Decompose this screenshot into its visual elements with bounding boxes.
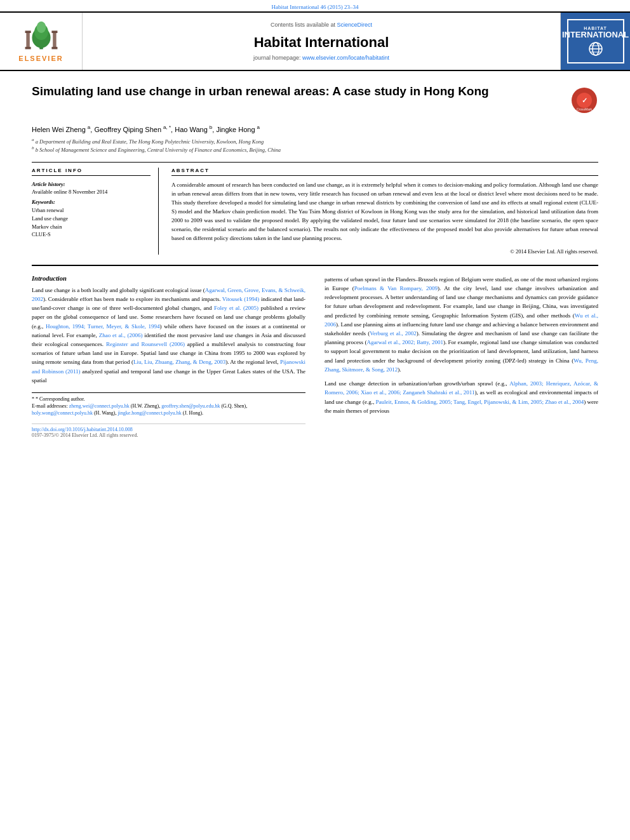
- elsevier-tree-icon: [22, 20, 60, 52]
- homepage-url[interactable]: www.elsevier.com/locate/habitatint: [302, 55, 389, 61]
- journal-title-header: Habitat International: [254, 34, 389, 51]
- email-hong[interactable]: jingke.hong@connect.polyu.hk: [117, 410, 181, 416]
- svg-rect-4: [26, 32, 29, 48]
- journal-reference-text: Habitat International 46 (2015) 23–34: [272, 4, 359, 10]
- crossmark-icon: ✓ CrossMark: [570, 86, 598, 114]
- svg-rect-7: [51, 30, 57, 33]
- habitat-main-text: INTERNATIONAL: [562, 30, 629, 39]
- authors-line: Helen Wei Zheng a, Geoffrey Qiping Shen …: [32, 124, 598, 133]
- right-column: patterns of urban sprawl in the Flanders…: [325, 275, 598, 438]
- crossmark-badge[interactable]: ✓ CrossMark: [570, 86, 598, 116]
- abstract-header: ABSTRACT: [171, 168, 598, 176]
- cite-wu-2006[interactable]: Wu et al., 2006: [325, 312, 598, 328]
- cite-agarwal-2002[interactable]: Agarwal, Green, Grove, Evans, & Schweik,…: [32, 287, 305, 302]
- affiliation-b: b b School of Management Science and Eng…: [32, 145, 598, 154]
- footnote-emails: E-mail addresses: zheng.wei@connect.poly…: [32, 403, 305, 417]
- contents-available-line: Contents lists available at ScienceDirec…: [271, 22, 372, 28]
- article-history-value: Available online 8 November 2014: [32, 189, 151, 195]
- elsevier-logo: ELSEVIER: [18, 20, 63, 62]
- email-shen[interactable]: geoffrey.shen@polyu.edu.hk: [161, 403, 220, 409]
- svg-text:CrossMark: CrossMark: [577, 107, 593, 111]
- article-info-header: ARTICLE INFO: [32, 168, 151, 176]
- journal-homepage-line: journal homepage: www.elsevier.com/locat…: [253, 55, 389, 61]
- cite-vitousek-1994[interactable]: Vitousek (1994): [222, 296, 260, 302]
- habitat-logo-area: HABITAT INTERNATIONAL: [560, 13, 630, 70]
- main-content-section: Introduction Land use change is a both l…: [32, 265, 598, 438]
- elsevier-wordmark: ELSEVIER: [18, 55, 63, 62]
- habitat-logo-box: HABITAT INTERNATIONAL: [567, 19, 624, 63]
- article-title: Simulating land use change in urban rene…: [32, 84, 563, 100]
- author-sup-b: b: [210, 124, 212, 130]
- article-info-abstract-section: ARTICLE INFO Article history: Available …: [32, 162, 598, 255]
- cite-poelmans-2009[interactable]: Poelmans & Van Rompaey, 2009: [354, 285, 438, 291]
- affiliations: a a Department of Building and Real Esta…: [32, 137, 598, 154]
- cite-wu-2012[interactable]: Wu, Peng, Zhang, Skitmore, & Song, 2012: [325, 357, 598, 373]
- keywords-label: Keywords:: [32, 199, 151, 205]
- cite-houghton-1994[interactable]: Houghton, 1994; Turner, Meyer, & Skole, …: [46, 323, 160, 330]
- cite-verburg-2002[interactable]: Verburg et al., 2002: [370, 330, 417, 337]
- sciencedirect-link[interactable]: ScienceDirect: [337, 22, 373, 28]
- bottom-bar: http://dx.doi.org/10.1016/j.habitatint.2…: [32, 423, 305, 438]
- affiliation-a: a a Department of Building and Real Esta…: [32, 137, 598, 146]
- svg-text:✓: ✓: [582, 97, 587, 104]
- svg-rect-8: [25, 47, 30, 50]
- svg-rect-6: [25, 30, 30, 33]
- cite-pauleit[interactable]: Pauleit, Ennos, & Golding, 2005; Tang, E…: [375, 399, 584, 405]
- author-sup-a3: a: [257, 124, 260, 130]
- habitat-globe-icon: [588, 41, 603, 57]
- svg-rect-9: [51, 47, 57, 50]
- svg-point-3: [36, 22, 46, 33]
- page: Habitat International 46 (2015) 23–34: [0, 0, 630, 840]
- intro-paragraph-1: Land use change is a both locally and gl…: [32, 286, 305, 385]
- keyword-2: Land use change: [32, 215, 151, 223]
- doi-line[interactable]: http://dx.doi.org/10.1016/j.habitatint.2…: [32, 427, 305, 432]
- article-info-column: ARTICLE INFO Article history: Available …: [32, 168, 159, 255]
- header-center: Contents lists available at ScienceDirec…: [83, 13, 560, 70]
- svg-rect-5: [53, 32, 56, 48]
- copyright-line: © 2014 Elsevier Ltd. All rights reserved…: [171, 248, 598, 255]
- keyword-4: CLUE-S: [32, 230, 151, 239]
- keywords-list: Urban renewal Land use change Markov cha…: [32, 206, 151, 239]
- cite-reginster-2006[interactable]: Reginster and Rounsevell (2006): [106, 341, 185, 347]
- keyword-1: Urban renewal: [32, 206, 151, 215]
- right-paragraph-1: patterns of urban sprawl in the Flanders…: [325, 275, 598, 374]
- footnote-section: * * Corresponding author. E-mail address…: [32, 392, 305, 417]
- article-body: Simulating land use change in urban rene…: [0, 71, 630, 451]
- introduction-heading: Introduction: [32, 275, 305, 282]
- author-sup-a: a: [88, 124, 90, 130]
- left-column: Introduction Land use change is a both l…: [32, 275, 312, 438]
- email-wang[interactable]: holy.wong@connect.polyu.hk: [32, 410, 93, 416]
- cite-agarwal-batty[interactable]: Agarwal et al., 2002; Batty, 2001: [366, 339, 443, 345]
- title-area: Simulating land use change in urban rene…: [32, 84, 598, 116]
- right-paragraph-2: Land use change detection in urbanizatio…: [325, 379, 598, 415]
- footnote-corresponding: * * Corresponding author.: [32, 396, 305, 403]
- elsevier-logo-area: ELSEVIER: [0, 13, 83, 70]
- author-sup-a2: a, *: [163, 124, 171, 130]
- article-history-label: Article history:: [32, 181, 151, 187]
- cite-zhao-2006[interactable]: Zhao et al., (2006): [99, 332, 143, 338]
- keyword-3: Markov chain: [32, 223, 151, 231]
- journal-header: ELSEVIER Contents lists available at Sci…: [0, 11, 630, 71]
- abstract-column: ABSTRACT A considerable amount of resear…: [171, 168, 598, 255]
- cite-alphan[interactable]: Alphan, 2003; Henriquez, Azócar, & Romer…: [325, 380, 598, 396]
- cite-foley-2005[interactable]: Foley et al. (2005): [214, 305, 258, 311]
- abstract-text: A considerable amount of research has be…: [171, 181, 598, 243]
- issn-line: 0197-3975/© 2014 Elsevier Ltd. All right…: [32, 432, 305, 438]
- email-zheng[interactable]: zheng.wei@connect.polyu.hk: [69, 403, 130, 409]
- cite-liu-2003[interactable]: Liu, Liu, Zhuang, Zhang, & Deng, 2003: [133, 359, 225, 365]
- journal-reference-bar: Habitat International 46 (2015) 23–34: [0, 0, 630, 11]
